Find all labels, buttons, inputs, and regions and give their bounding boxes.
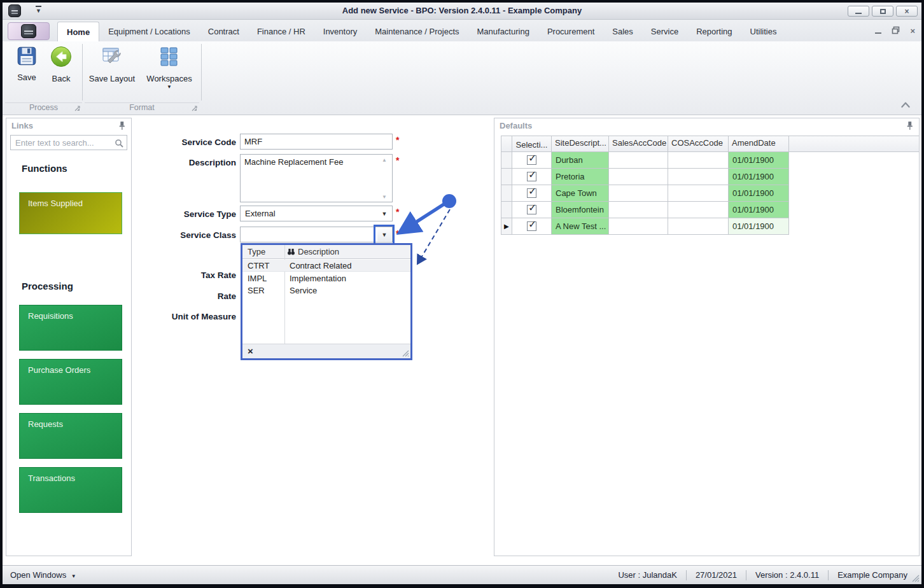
close-button[interactable]: × xyxy=(896,6,918,17)
popup-row-ser[interactable]: SER Service xyxy=(242,284,410,297)
cos-acc-cell[interactable] xyxy=(668,152,729,169)
window-resize-grip-icon[interactable] xyxy=(911,574,920,582)
popup-row-impl[interactable]: IMPL Implementation xyxy=(242,272,410,284)
site-cell[interactable]: A New Test ... xyxy=(552,218,609,235)
cos-acc-cell[interactable] xyxy=(668,202,729,218)
service-code-input[interactable] xyxy=(240,134,393,150)
workspaces-button[interactable]: Workspaces ▼ xyxy=(144,45,195,90)
tab-reporting[interactable]: Reporting xyxy=(687,22,741,41)
popup-footer: × xyxy=(242,344,410,358)
mdi-close-button[interactable]: × xyxy=(910,27,915,35)
cos-acc-cell[interactable] xyxy=(668,169,729,185)
required-marker: * xyxy=(396,155,399,165)
links-search-input[interactable] xyxy=(11,136,127,150)
tab-maintenance-projects[interactable]: Maintenance / Projects xyxy=(366,22,468,41)
sales-acc-cell[interactable] xyxy=(609,169,668,185)
cos-acc-cell[interactable] xyxy=(668,185,729,202)
transactions-button[interactable]: Transactions xyxy=(19,467,122,513)
back-button[interactable]: Back xyxy=(38,45,84,83)
workspaces-dropdown-icon[interactable]: ▼ xyxy=(144,84,195,90)
checkbox[interactable]: ✓ xyxy=(527,155,536,165)
pin-icon[interactable] xyxy=(906,121,914,130)
site-cell[interactable]: Pretoria xyxy=(552,169,609,185)
grid-row-a-new-test[interactable]: ▶ ✓ A New Test ... 01/01/1900 xyxy=(501,218,919,235)
defaults-panel-header: Defaults xyxy=(494,118,919,134)
service-class-combo[interactable]: ▼ xyxy=(240,227,393,242)
tab-home[interactable]: Home xyxy=(57,22,99,41)
pin-icon[interactable] xyxy=(118,121,126,130)
grid-row-durban[interactable]: ✓ Durban 01/01/1900 xyxy=(501,152,919,169)
service-type-combo[interactable]: External ▼ xyxy=(240,206,393,221)
sales-acc-cell[interactable] xyxy=(609,185,668,202)
popup-column-description[interactable]: Description xyxy=(287,247,339,256)
mdi-restore-button[interactable] xyxy=(892,26,900,36)
grid-column-sales[interactable]: SalesAccCode xyxy=(609,136,668,152)
tab-contract[interactable]: Contract xyxy=(199,22,248,41)
grid-row-bloemfontein[interactable]: ✓ Bloemfontein 01/01/1900 xyxy=(501,202,919,218)
amend-date-cell[interactable]: 01/01/1900 xyxy=(729,169,789,185)
tab-service[interactable]: Service xyxy=(642,22,687,41)
status-date: 27/01/2021 xyxy=(696,570,737,580)
save-layout-button[interactable]: Save Layout xyxy=(88,45,136,83)
minimize-button[interactable] xyxy=(848,6,869,17)
save-layout-icon xyxy=(101,45,123,68)
clear-selection-icon[interactable]: × xyxy=(248,346,253,356)
collapse-ribbon-icon[interactable] xyxy=(900,101,911,108)
grid-row-pretoria[interactable]: ✓ Pretoria 01/01/1900 xyxy=(501,169,919,185)
popup-row-ctrt[interactable]: CTRT Contract Related xyxy=(242,260,410,272)
grid-column-selection[interactable]: Selecti... xyxy=(512,136,552,152)
service-class-popup: Type Description CTRT Contract Related I… xyxy=(241,243,412,360)
mdi-minimize-button[interactable] xyxy=(875,27,881,35)
grid-column-site[interactable]: SiteDescript... xyxy=(552,136,609,152)
tab-sales[interactable]: Sales xyxy=(603,22,642,41)
ribbon-group-separator xyxy=(82,44,83,101)
rate-label: Rate xyxy=(136,291,236,301)
cos-acc-cell[interactable] xyxy=(668,218,729,235)
amend-date-cell[interactable]: 01/01/1900 xyxy=(729,202,789,218)
dialog-launcher-icon[interactable] xyxy=(192,106,197,111)
tab-manufacturing[interactable]: Manufacturing xyxy=(468,22,538,41)
description-input[interactable]: Machine Replacement Fee xyxy=(240,154,393,202)
grid-column-amend[interactable]: AmendDate xyxy=(729,136,789,152)
requisitions-button[interactable]: Requisitions xyxy=(19,305,122,351)
tab-utilities[interactable]: Utilities xyxy=(741,22,786,41)
tab-equipment-locations[interactable]: Equipment / Locations xyxy=(99,22,199,41)
quick-access-dropdown-icon[interactable]: ▼ xyxy=(36,6,41,14)
site-cell[interactable]: Durban xyxy=(552,152,609,169)
tab-finance-hr[interactable]: Finance / HR xyxy=(248,22,314,41)
requests-button[interactable]: Requests xyxy=(19,413,122,459)
popup-column-type[interactable]: Type xyxy=(248,247,265,256)
tab-inventory[interactable]: Inventory xyxy=(314,22,366,41)
tab-procurement[interactable]: Procurement xyxy=(538,22,603,41)
open-windows-button[interactable]: Open Windows ▼ xyxy=(10,570,76,580)
purchase-orders-button[interactable]: Purchase Orders xyxy=(19,359,122,405)
grid-row-cape-town[interactable]: ✓ Cape Town 01/01/1900 xyxy=(501,185,919,202)
checkbox[interactable]: ✓ xyxy=(527,172,536,181)
search-icon[interactable] xyxy=(115,139,123,148)
main-area: Links Functions Items Supplied Processin… xyxy=(3,115,921,561)
application-button[interactable] xyxy=(8,22,50,40)
close-icon: × xyxy=(904,8,909,15)
amend-date-cell[interactable]: 01/01/1900 xyxy=(729,218,789,235)
sales-acc-cell[interactable] xyxy=(609,218,668,235)
sales-acc-cell[interactable] xyxy=(609,202,668,218)
dialog-launcher-icon[interactable] xyxy=(74,106,80,111)
amend-date-cell[interactable]: 01/01/1900 xyxy=(729,152,789,169)
site-cell[interactable]: Bloemfontein xyxy=(552,202,609,218)
site-cell[interactable]: Cape Town xyxy=(552,185,609,202)
maximize-button[interactable] xyxy=(872,6,893,17)
sales-acc-cell[interactable] xyxy=(609,152,668,169)
checkbox[interactable]: ✓ xyxy=(527,221,536,231)
checkbox[interactable]: ✓ xyxy=(527,188,536,198)
status-separator xyxy=(746,570,746,580)
status-company: Example Company xyxy=(837,570,907,580)
items-supplied-button[interactable]: Items Supplied xyxy=(19,192,122,234)
amend-date-cell[interactable]: 01/01/1900 xyxy=(729,185,789,202)
app-logo-icon[interactable] xyxy=(8,4,21,17)
resize-grip-icon[interactable] xyxy=(402,349,409,357)
required-marker: * xyxy=(396,135,399,145)
service-type-dropdown-icon[interactable]: ▼ xyxy=(377,207,391,220)
ribbon-group-process: Process xyxy=(5,102,82,113)
grid-column-cos[interactable]: COSAccCode xyxy=(668,136,729,152)
checkbox[interactable]: ✓ xyxy=(527,205,536,214)
